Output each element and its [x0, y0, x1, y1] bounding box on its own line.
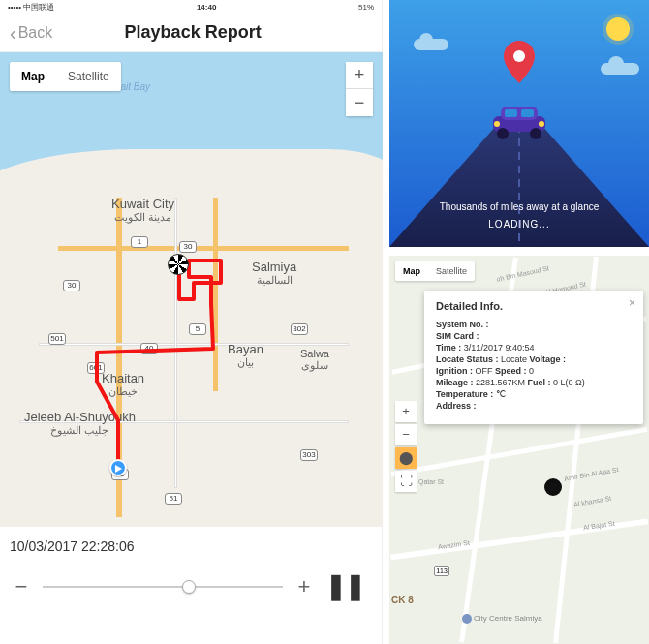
map-type-map-button[interactable]: Map [10, 62, 56, 91]
field-value: OFF [476, 366, 493, 376]
nav-bar: ‹ Back Playback Report [0, 14, 382, 52]
poi-city-centre[interactable]: City Centre Salmiya [462, 614, 542, 624]
field-label: Speed : [495, 366, 527, 376]
pause-button[interactable]: ❚❚ [325, 571, 372, 601]
playback-controls: − + ❚❚ [0, 566, 382, 601]
car-icon [485, 103, 553, 141]
close-button[interactable]: × [629, 296, 635, 310]
location-pin-icon [500, 39, 539, 87]
zoom-control: + − [346, 62, 373, 116]
loading-splash-panel: Thousands of miles away at a glance LOAD… [389, 0, 649, 247]
status-bar: ••••• 中国联通 14:40 51% [0, 0, 382, 14]
field-label: Mileage : [436, 378, 474, 387]
start-marker-icon[interactable] [109, 459, 127, 476]
street-view-button[interactable]: ⬤ [395, 447, 417, 469]
route-shield: 113 [434, 566, 449, 576]
field-value: Locate [501, 354, 527, 364]
splash-loading-label: LOADING... [389, 219, 649, 230]
field-value: 0 [529, 366, 534, 376]
street-label: oh Bin Masoud St [496, 264, 550, 282]
street-label: Qatar St [418, 478, 444, 485]
speed-down-button[interactable]: − [10, 574, 33, 599]
fullscreen-button[interactable]: ⛶ [395, 471, 417, 492]
cloud-icon [414, 39, 448, 50]
detail-map-panel: oh Bin Masoud St Al Homoud St Amir Bin A… [389, 256, 649, 644]
field-label: Time : [436, 343, 461, 353]
sun-icon [606, 17, 630, 41]
battery-label: 51% [358, 3, 374, 12]
zoom-in-button[interactable]: + [395, 401, 417, 422]
clock-label: 14:40 [54, 3, 358, 12]
slider-knob[interactable] [182, 580, 196, 594]
vehicle-marker-icon[interactable] [168, 254, 189, 275]
field-label: Fuel : [528, 378, 551, 387]
cloud-icon [601, 63, 639, 75]
zoom-in-button[interactable]: + [346, 62, 373, 89]
splash-tagline: Thousands of miles away at a glance [389, 201, 649, 212]
field-label: SIM Card : [436, 331, 479, 341]
svg-point-8 [539, 121, 544, 127]
field-label: Voltage : [530, 354, 566, 364]
poi-icon [462, 614, 472, 624]
zoom-control: + − ⬤ ⛶ [395, 401, 417, 494]
splash-bg: Thousands of miles away at a glance LOAD… [389, 0, 649, 247]
field-value: ℃ [496, 389, 506, 399]
field-label: Address : [436, 401, 477, 411]
field-label: Temperature : [436, 389, 493, 399]
zoom-out-button[interactable]: − [346, 89, 373, 116]
zoom-out-button[interactable]: − [395, 424, 417, 445]
popup-title: Detailed Info. [436, 300, 632, 312]
vehicle-marker-icon[interactable] [544, 478, 562, 496]
page-title: Playback Report [14, 22, 372, 43]
map-type-satellite-button[interactable]: Satellite [428, 261, 475, 281]
poi-label: City Centre Salmiya [474, 614, 542, 623]
info-popup: × Detailed Info. System No. : SIM Card :… [424, 291, 643, 424]
field-label: Locate Status : [436, 354, 499, 364]
map-type-satellite-button[interactable]: Satellite [56, 62, 121, 91]
svg-point-6 [530, 128, 541, 139]
playback-map[interactable]: Kuwait Bay Kuwait City مدينة الكويت Salm… [0, 52, 383, 527]
svg-rect-4 [521, 109, 534, 117]
svg-point-7 [494, 121, 500, 127]
field-value: 3/11/2017 9:40:54 [464, 343, 535, 353]
svg-point-0 [513, 50, 525, 62]
playback-report-panel: ••••• 中国联通 14:40 51% ‹ Back Playback Rep… [0, 0, 383, 644]
map-type-map-button[interactable]: Map [395, 261, 428, 281]
svg-point-5 [497, 128, 509, 139]
map-type-switch: Map Satellite [10, 62, 121, 91]
playback-timestamp: 10/03/2017 22:28:06 [0, 527, 382, 566]
carrier-label: ••••• 中国联通 [8, 2, 54, 13]
gps-track-line [0, 52, 383, 527]
field-value: 0 L(0 Ω) [553, 378, 585, 387]
street-label: Al khansa St [573, 495, 612, 508]
playback-slider[interactable] [43, 586, 283, 588]
field-value: 2281.567KM [476, 378, 525, 387]
field-label: System No. : [436, 320, 489, 329]
field-label: Ignition : [436, 366, 473, 376]
block-label: CK 8 [391, 595, 414, 605]
detail-map[interactable]: oh Bin Masoud St Al Homoud St Amir Bin A… [389, 256, 649, 644]
map-type-switch: Map Satellite [395, 261, 475, 281]
speed-up-button[interactable]: + [293, 574, 316, 599]
svg-rect-3 [505, 109, 517, 117]
